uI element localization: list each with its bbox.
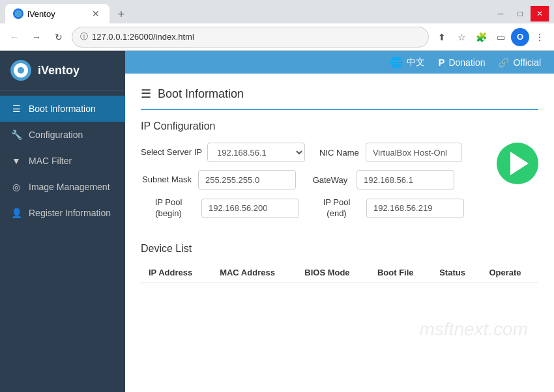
main-header: 🌐 中文 P Donation 🔗 Official xyxy=(125,51,554,74)
sidebar-item-label: Boot Information xyxy=(29,104,96,114)
play-icon xyxy=(510,152,529,175)
subnet-mask-label: Subnet Mask xyxy=(141,175,193,186)
minimize-button[interactable]: ─ xyxy=(491,6,510,21)
sidebar-item-configuration[interactable]: 🔧 Configuration xyxy=(0,122,125,148)
address-bar[interactable]: ⓘ 127.0.0.1:26000/index.html xyxy=(72,27,429,48)
nic-name-label: NIC Name xyxy=(318,148,360,158)
sidebar-item-label: Image Management xyxy=(29,182,110,192)
ip-pool-begin-field: IP Pool (begin) xyxy=(141,197,299,219)
device-list-title: Device List xyxy=(141,243,538,255)
new-tab-button[interactable]: + xyxy=(112,5,130,23)
lock-icon: ⓘ xyxy=(80,31,88,42)
subnet-mask-field: Subnet Mask xyxy=(141,170,296,189)
col-status: Status xyxy=(431,262,481,283)
bookmark-icon[interactable]: ☆ xyxy=(452,28,471,46)
sidebar-item-label: Configuration xyxy=(29,130,83,140)
ip-pool-end-field: IP Pool (end) xyxy=(312,197,464,219)
subnet-mask-input[interactable] xyxy=(198,170,296,189)
main-content: 🌐 中文 P Donation 🔗 Official ☰ Boot Inform… xyxy=(125,51,554,392)
tab-close-button[interactable]: ✕ xyxy=(90,8,102,20)
url-text: 127.0.0.1:26000/index.html xyxy=(92,32,420,42)
lang-label: 中文 xyxy=(407,57,425,68)
col-boot-file: Boot File xyxy=(370,262,431,283)
gateway-input[interactable] xyxy=(357,170,454,189)
refresh-button[interactable]: ↻ xyxy=(50,28,68,46)
sidebar: iVentoy ☰ Boot Information 🔧 Configurati… xyxy=(0,51,125,392)
ip-pool-end-label: IP Pool (end) xyxy=(312,197,361,219)
split-icon[interactable]: ▭ xyxy=(491,28,510,46)
page-title-bar: ☰ Boot Information xyxy=(141,87,538,110)
ip-pool-end-input[interactable] xyxy=(366,199,464,218)
gateway-field: GateWay xyxy=(309,170,454,189)
sidebar-item-label: Register Information xyxy=(29,208,111,218)
official-button[interactable]: 🔗 Official xyxy=(498,57,541,68)
tab-favicon xyxy=(13,8,23,19)
sidebar-item-image-management[interactable]: ◎ Image Management xyxy=(0,174,125,200)
donation-icon: P xyxy=(438,57,445,68)
col-operate: Operate xyxy=(481,262,538,283)
col-ip-address: IP Address xyxy=(141,262,212,283)
server-ip-label: Select Server IP xyxy=(141,147,202,158)
sidebar-item-register-information[interactable]: 👤 Register Information xyxy=(0,200,125,226)
page-title-icon: ☰ xyxy=(141,87,151,101)
gateway-label: GateWay xyxy=(309,175,351,185)
sidebar-item-boot-information[interactable]: ☰ Boot Information xyxy=(0,96,125,122)
back-button[interactable]: ← xyxy=(5,28,23,46)
nic-name-field: NIC Name xyxy=(318,143,462,162)
user-icon: 👤 xyxy=(10,208,22,218)
col-mac-address: MAC Address xyxy=(212,262,297,283)
device-list-section: Device List IP Address MAC Address BIOS … xyxy=(141,243,538,283)
forward-button[interactable]: → xyxy=(27,28,46,46)
profile-button[interactable]: O xyxy=(511,28,529,46)
official-label: Official xyxy=(513,57,541,68)
ip-pool-begin-input[interactable] xyxy=(201,199,299,218)
start-button[interactable] xyxy=(497,143,538,184)
link-icon: 🔗 xyxy=(498,57,509,68)
sidebar-nav: ☰ Boot Information 🔧 Configuration ▼ MAC… xyxy=(0,91,125,392)
donation-label: Donation xyxy=(448,57,485,68)
nic-name-input[interactable] xyxy=(366,143,462,162)
ip-pool-begin-label: IP Pool (begin) xyxy=(141,197,196,219)
app-name: iVentoy xyxy=(38,64,80,77)
page-title-text: Boot Information xyxy=(158,87,244,101)
wrench-icon: 🔧 xyxy=(10,130,22,140)
donation-button[interactable]: P Donation xyxy=(438,57,485,68)
app-logo xyxy=(10,60,31,81)
col-bios-mode: BIOS Mode xyxy=(297,262,370,283)
sidebar-item-mac-filter[interactable]: ▼ MAC Filter xyxy=(0,148,125,174)
maximize-button[interactable]: □ xyxy=(511,6,529,21)
ip-config-section-title: IP Configuration xyxy=(141,120,538,132)
image-icon: ◎ xyxy=(10,182,22,192)
filter-icon: ▼ xyxy=(10,156,22,166)
watermark: msftnext.com xyxy=(420,319,529,340)
active-tab[interactable]: iVentoy ✕ xyxy=(5,4,109,23)
server-ip-field: Select Server IP 192.168.56.1 xyxy=(141,143,305,162)
globe-icon: 🌐 xyxy=(390,56,403,68)
share-icon[interactable]: ⬆ xyxy=(433,28,451,46)
menu-icon[interactable]: ⋮ xyxy=(531,28,549,46)
language-button[interactable]: 🌐 中文 xyxy=(390,56,425,68)
close-button[interactable]: ✕ xyxy=(531,6,549,21)
sidebar-header: iVentoy xyxy=(0,51,125,91)
menu-icon: ☰ xyxy=(10,104,22,114)
sidebar-item-label: MAC Filter xyxy=(29,156,72,166)
server-ip-select[interactable]: 192.168.56.1 xyxy=(207,143,305,162)
device-table: IP Address MAC Address BIOS Mode Boot Fi… xyxy=(141,262,538,283)
extensions-icon[interactable]: 🧩 xyxy=(472,28,490,46)
tab-title: iVentoy xyxy=(27,9,55,19)
